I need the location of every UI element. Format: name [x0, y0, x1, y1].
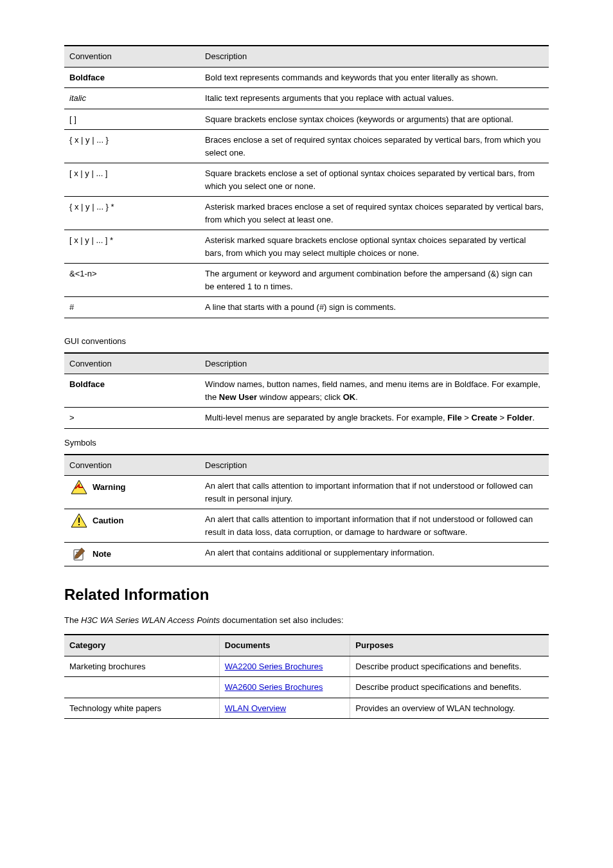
related-docs-table: Category Documents Purposes Marketing br…	[64, 634, 549, 719]
table-header: Description	[200, 46, 549, 67]
convention-name: #	[64, 297, 200, 318]
convention-name: Boldface	[64, 374, 200, 408]
table-row: { x | y | ... } Braces enclose a set of …	[64, 130, 549, 163]
symbol-desc: An alert that contains additional or sup…	[200, 543, 549, 566]
related-paragraph: The H3C WA Series WLAN Access Points doc…	[64, 615, 549, 625]
note-icon	[71, 547, 87, 562]
convention-name: italic	[64, 88, 200, 109]
table-row: Warning An alert that calls attention to…	[64, 476, 549, 509]
document-cell: WA2200 Series Brochures	[219, 656, 350, 677]
table-row: { x | y | ... } * Asterisk marked braces…	[64, 197, 549, 230]
convention-desc: The argument or keyword and argument com…	[200, 264, 549, 297]
svg-rect-3	[78, 524, 80, 525]
convention-name: >	[64, 408, 200, 429]
symbol-cell: Warning	[64, 476, 200, 509]
table-row: Boldface Window names, button names, fie…	[64, 374, 549, 408]
table-header: Convention	[64, 455, 200, 476]
document-cell: WLAN Overview	[219, 698, 350, 719]
table-row: Boldface Bold text represents commands a…	[64, 67, 549, 88]
symbol-cell: Caution	[64, 509, 200, 543]
symbol-label: Caution	[93, 514, 123, 527]
table-header: Description	[200, 353, 549, 374]
convention-desc: Asterisk marked braces enclose a set of …	[200, 197, 549, 230]
convention-desc: A line that starts with a pound (#) sign…	[200, 297, 549, 318]
table-header: Convention	[64, 353, 200, 374]
table-row: italic Italic text represents arguments …	[64, 88, 549, 109]
related-information-heading: Related Information	[64, 586, 549, 604]
symbol-label: Warning	[93, 481, 126, 494]
table-row: > Multi-level menus are separated by ang…	[64, 408, 549, 429]
convention-desc: Bold text represents commands and keywor…	[200, 67, 549, 88]
doc-link[interactable]: WLAN Overview	[225, 703, 286, 713]
gui-conventions-heading: GUI conventions	[64, 336, 549, 346]
convention-name: { x | y | ... } *	[64, 197, 200, 230]
convention-desc: Italic text represents arguments that yo…	[200, 88, 549, 109]
caution-icon	[71, 513, 87, 529]
convention-name: Boldface	[64, 67, 200, 88]
category-cell: Marketing brochures	[64, 656, 219, 677]
category-cell	[64, 677, 219, 698]
convention-name: [ x | y | ... ]	[64, 163, 200, 197]
symbol-desc: An alert that calls attention to importa…	[200, 476, 549, 509]
symbol-label: Note	[93, 548, 111, 561]
table-row: [ x | y | ... ] Square brackets enclose …	[64, 163, 549, 197]
table-row: Technology white papers WLAN Overview Pr…	[64, 698, 549, 719]
symbol-desc: An alert that calls attention to importa…	[200, 509, 549, 543]
purpose-cell: Describe product specifications and bene…	[350, 656, 549, 677]
convention-desc: Multi-level menus are separated by angle…	[200, 408, 549, 429]
table-header: Purposes	[350, 635, 549, 656]
svg-rect-2	[78, 518, 80, 523]
category-cell: Technology white papers	[64, 698, 219, 719]
table-row: Note An alert that contains additional o…	[64, 543, 549, 566]
table-row: Caution An alert that calls attention to…	[64, 509, 549, 543]
warning-icon	[71, 480, 87, 495]
table-header: Convention	[64, 46, 200, 67]
doc-link[interactable]: WA2200 Series Brochures	[225, 662, 323, 671]
table-row: &<1-n> The argument or keyword and argum…	[64, 264, 549, 297]
purpose-cell: Provides an overview of WLAN technology.	[350, 698, 549, 719]
convention-name: [ ]	[64, 109, 200, 130]
convention-name: &<1-n>	[64, 264, 200, 297]
convention-desc: Square brackets enclose syntax choices (…	[200, 109, 549, 130]
convention-name: [ x | y | ... ] *	[64, 230, 200, 264]
symbols-table: Convention Description Warning	[64, 454, 549, 567]
table-row: [ x | y | ... ] * Asterisk marked square…	[64, 230, 549, 264]
convention-name: { x | y | ... }	[64, 130, 200, 163]
conventions-table: Convention Description Boldface Bold tex…	[64, 45, 549, 318]
document-cell: WA2600 Series Brochures	[219, 677, 350, 698]
convention-desc: Square brackets enclose a set of optiona…	[200, 163, 549, 197]
convention-desc: Asterisk marked square brackets enclose …	[200, 230, 549, 264]
table-header: Documents	[219, 635, 350, 656]
convention-desc: Braces enclose a set of required syntax …	[200, 130, 549, 163]
gui-conventions-table: Convention Description Boldface Window n…	[64, 352, 549, 429]
convention-desc: Window names, button names, field names,…	[200, 374, 549, 408]
table-row: WA2600 Series Brochures Describe product…	[64, 677, 549, 698]
doc-link[interactable]: WA2600 Series Brochures	[225, 682, 323, 692]
symbol-cell: Note	[64, 543, 200, 566]
table-row: [ ] Square brackets enclose syntax choic…	[64, 109, 549, 130]
purpose-cell: Describe product specifications and bene…	[350, 677, 549, 698]
symbols-heading: Symbols	[64, 438, 549, 448]
table-row: Marketing brochures WA2200 Series Brochu…	[64, 656, 549, 677]
table-header: Category	[64, 635, 219, 656]
table-row: # A line that starts with a pound (#) si…	[64, 297, 549, 318]
table-header: Description	[200, 455, 549, 476]
